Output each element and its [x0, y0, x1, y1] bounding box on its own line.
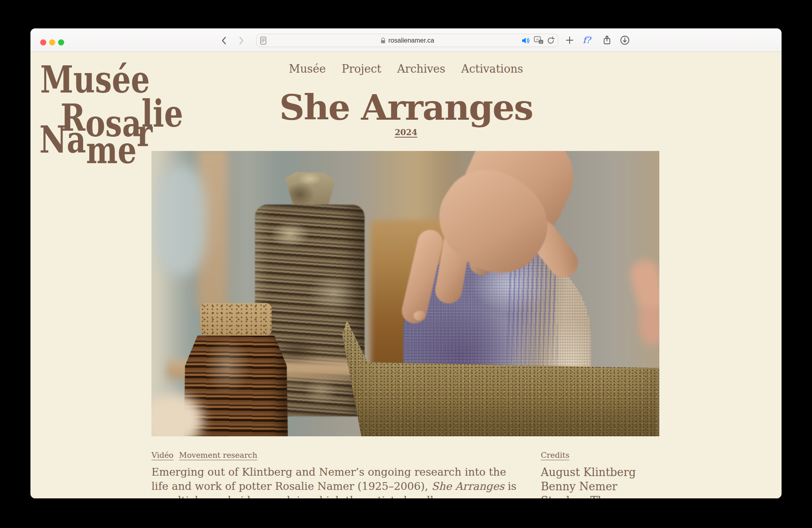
nav-item-activations[interactable]: Activations [461, 62, 523, 75]
year-link-row: 2024 [30, 127, 782, 137]
credit-name: August Klintberg [541, 465, 636, 479]
hero-video-still[interactable] [151, 151, 659, 436]
nav-item-project[interactable]: Project [342, 62, 382, 75]
credit-name: Benny Nemer [541, 479, 636, 494]
reload-icon[interactable] [547, 37, 555, 45]
fonts-extension-icon: f? [583, 35, 590, 45]
reaching-hand [379, 151, 659, 339]
back-icon [222, 37, 225, 44]
minimize-window-button[interactable] [49, 39, 55, 45]
credits-link[interactable]: Credits [541, 450, 570, 459]
project-description: Emerging out of Klintberg and Nemer’s on… [151, 465, 524, 498]
page-content: Musée Rosalie Namer Musée Project Archiv… [30, 52, 782, 498]
download-icon [620, 35, 630, 45]
browser-window: rosalienamer.ca Ax f? Musée Rosalie Name… [30, 28, 782, 498]
zoom-window-button[interactable] [58, 39, 64, 45]
url-text: rosalienamer.ca [389, 37, 434, 44]
back-button[interactable] [219, 35, 229, 46]
svg-text:x: x [540, 40, 542, 44]
credits-list: August Klintberg Benny Nemer Stephen Th [541, 465, 636, 498]
browser-toolbar: rosalienamer.ca Ax f? [30, 28, 782, 52]
photo-background-patch [154, 166, 207, 275]
movement-research-tab-link[interactable]: Movement research [179, 450, 257, 459]
svg-text:A: A [536, 37, 538, 41]
fingernail [414, 311, 426, 321]
downloads-button[interactable] [619, 34, 631, 46]
nav-item-archives[interactable]: Archives [397, 62, 445, 75]
new-tab-button[interactable] [564, 34, 575, 46]
address-bar[interactable]: rosalienamer.ca Ax [256, 34, 558, 47]
forward-icon [240, 37, 243, 44]
description-work-title: She Arranges [432, 480, 504, 492]
translate-icon[interactable]: Ax [534, 36, 544, 45]
credit-name: Stephen Th [541, 494, 636, 498]
video-tab-link[interactable]: Vidéo [151, 450, 173, 459]
close-window-button[interactable] [40, 39, 46, 45]
nav-item-musee[interactable]: Musée [289, 62, 326, 75]
forward-button[interactable] [236, 35, 246, 46]
page-title: She Arranges [30, 87, 782, 128]
share-icon [603, 35, 611, 45]
share-button[interactable] [601, 34, 613, 46]
plus-icon [566, 37, 573, 43]
audio-mute-icon[interactable] [521, 37, 530, 45]
tall-vase-neck [284, 172, 335, 209]
main-navigation: Musée Project Archives Activations [30, 62, 782, 75]
fonts-extension-button[interactable]: f? [581, 34, 592, 46]
cork-stopper [200, 303, 272, 336]
year-link[interactable]: 2024 [395, 127, 417, 137]
lock-icon [380, 37, 386, 44]
